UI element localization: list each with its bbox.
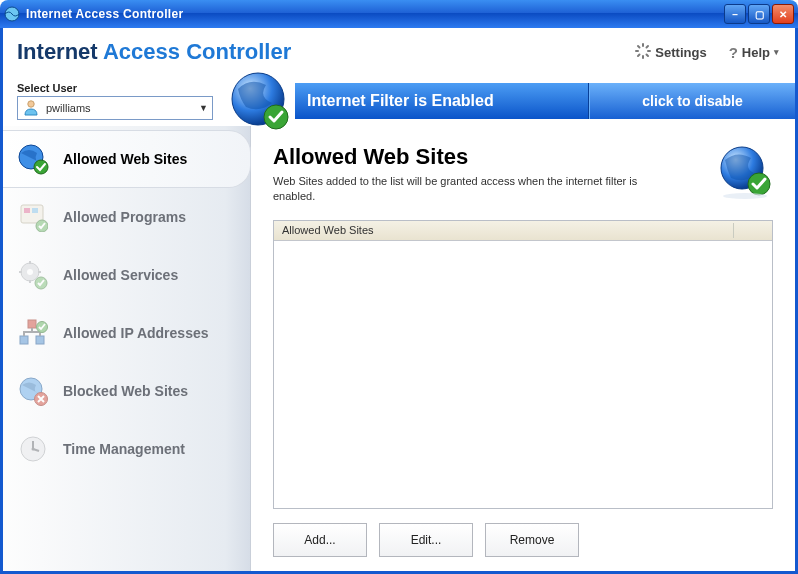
status-banner: Internet Filter is Enabled click to disa… — [295, 83, 795, 119]
edit-button[interactable]: Edit... — [379, 523, 473, 557]
svg-point-35 — [32, 448, 35, 451]
window-title: Internet Access Controller — [26, 7, 722, 21]
loading-spinner-icon — [635, 43, 651, 62]
sidebar-item-label: Allowed Services — [63, 267, 178, 283]
svg-rect-26 — [28, 320, 36, 328]
ip-icon — [17, 317, 49, 349]
page-title: Allowed Web Sites — [273, 144, 717, 170]
globe-check-icon — [17, 143, 49, 175]
sidebar-item-allowed-ip-addresses[interactable]: Allowed IP Addresses — [3, 304, 250, 362]
sidebar-item-time-management[interactable]: Time Management — [3, 420, 250, 478]
sidebar-item-allowed-services[interactable]: Allowed Services — [3, 246, 250, 304]
settings-button[interactable]: Settings — [635, 43, 706, 62]
svg-line-8 — [638, 54, 640, 56]
user-selector-group: Select User pwilliams ▼ — [3, 82, 225, 120]
sidebar-item-label: Time Management — [63, 441, 185, 457]
sidebar: Allowed Web Sites Allowed Programs — [3, 126, 251, 571]
header: Internet Access Controller Settings ? He… — [3, 28, 795, 76]
clock-icon — [17, 433, 49, 465]
main: Allowed Web Sites Allowed Programs — [3, 126, 795, 571]
chevron-down-icon: ▼ — [199, 103, 208, 113]
help-icon: ? — [729, 44, 738, 61]
sidebar-item-label: Allowed Programs — [63, 209, 186, 225]
list-column-header[interactable]: Allowed Web Sites — [274, 221, 772, 241]
content-head: Allowed Web Sites Web Sites added to the… — [273, 144, 773, 204]
svg-rect-16 — [24, 208, 30, 213]
sidebar-item-allowed-web-sites[interactable]: Allowed Web Sites — [3, 130, 251, 188]
svg-line-7 — [647, 54, 649, 56]
help-button[interactable]: ? Help ▾ — [729, 44, 779, 61]
window-close-button[interactable]: ✕ — [772, 4, 794, 24]
page-description: Web Sites added to the list will be gran… — [273, 174, 653, 204]
sidebar-item-label: Allowed Web Sites — [63, 151, 187, 167]
window-minimize-button[interactable]: – — [724, 4, 746, 24]
titlebar: Internet Access Controller – ▢ ✕ — [0, 0, 798, 28]
svg-point-20 — [27, 269, 33, 275]
user-select-value: pwilliams — [46, 102, 199, 114]
globe-check-large-icon — [717, 144, 773, 200]
sidebar-item-allowed-programs[interactable]: Allowed Programs — [3, 188, 250, 246]
svg-rect-28 — [36, 336, 44, 344]
svg-rect-27 — [20, 336, 28, 344]
subhead: Select User pwilliams ▼ — [3, 76, 795, 126]
status-text: Internet Filter is Enabled — [295, 83, 589, 119]
banner-globe — [225, 69, 295, 133]
action-buttons: Add... Edit... Remove — [273, 523, 773, 557]
svg-point-10 — [28, 100, 34, 106]
app-icon — [4, 6, 20, 22]
user-icon — [22, 98, 46, 119]
user-label: Select User — [17, 82, 213, 94]
content-panel: Allowed Web Sites Web Sites added to the… — [251, 126, 795, 571]
globe-blocked-icon — [17, 375, 49, 407]
user-select[interactable]: pwilliams ▼ — [17, 96, 213, 120]
svg-rect-17 — [32, 208, 38, 213]
add-button[interactable]: Add... — [273, 523, 367, 557]
toggle-filter-button[interactable]: click to disable — [589, 83, 795, 119]
svg-point-38 — [723, 193, 767, 199]
services-icon — [17, 259, 49, 291]
window-frame: Internet Access Controller Settings ? He… — [0, 28, 798, 574]
svg-line-6 — [638, 46, 640, 48]
programs-icon — [17, 201, 49, 233]
sidebar-item-label: Blocked Web Sites — [63, 383, 188, 399]
chevron-down-icon: ▾ — [774, 47, 779, 57]
svg-line-9 — [647, 46, 649, 48]
remove-button[interactable]: Remove — [485, 523, 579, 557]
allowed-sites-list[interactable]: Allowed Web Sites — [273, 220, 773, 509]
window-maximize-button[interactable]: ▢ — [748, 4, 770, 24]
app-title: Internet Access Controller — [17, 39, 291, 65]
sidebar-item-blocked-web-sites[interactable]: Blocked Web Sites — [3, 362, 250, 420]
sidebar-item-label: Allowed IP Addresses — [63, 325, 209, 341]
